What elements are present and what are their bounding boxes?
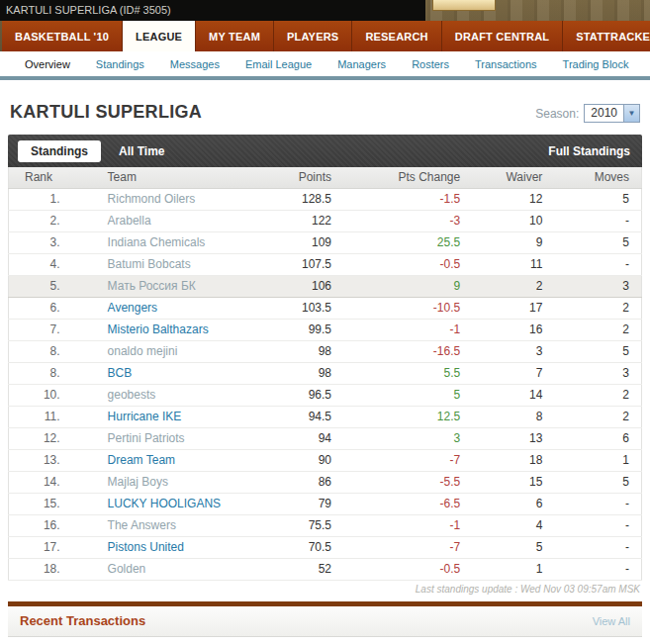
subnav-item-messages[interactable]: Messages <box>157 58 232 70</box>
tab-research[interactable]: RESEARCH <box>352 21 441 51</box>
tab-all-time[interactable]: All Time <box>119 144 164 158</box>
subnav-item-rosters[interactable]: Rosters <box>399 58 462 70</box>
recent-transactions-title: Recent Transactions <box>20 613 145 628</box>
pts-change-cell: -3 <box>341 210 470 231</box>
team-link[interactable]: Мать Россия БК <box>108 279 196 293</box>
waiver-cell: 13 <box>470 427 554 449</box>
masthead: KARTULI SUPERLIGA (ID# 3505) BASKETBALL … <box>0 0 650 51</box>
moves-cell: 2 <box>554 384 641 406</box>
table-row: 18.Golden52-0.51- <box>9 558 642 580</box>
moves-cell: - <box>554 558 641 580</box>
tab-label: LEAGUE <box>136 31 182 43</box>
team-cell: Majlaj Boys <box>68 471 252 493</box>
pts-change-cell: -1 <box>341 319 470 340</box>
tab-players[interactable]: PLAYERS <box>274 21 352 51</box>
pts-change-cell: -10.5 <box>341 297 470 319</box>
standings-table: RankTeamPointsPts ChangeWaiverMoves 1.Ri… <box>8 167 642 581</box>
pts-change-cell: 5.5 <box>341 362 470 384</box>
view-all-link[interactable]: View All <box>593 615 630 627</box>
table-row: 1.Richmond Oilers128.5-1.5125 <box>9 188 642 210</box>
topbar: KARTULI SUPERLIGA (ID# 3505) <box>0 0 650 21</box>
league-subnav: OverviewStandingsMessagesEmail LeagueMan… <box>0 51 650 76</box>
points-cell: 98 <box>252 362 341 384</box>
header-row: RankTeamPointsPts ChangeWaiverMoves <box>9 167 642 188</box>
points-cell: 86 <box>252 471 341 493</box>
season-picker: Season: 2010 ▼ <box>535 104 640 123</box>
team-link[interactable]: Golden <box>108 562 146 576</box>
table-row: 4.Batumi Bobcats107.5-0.511- <box>9 253 642 275</box>
rank-cell: 14. <box>9 471 68 493</box>
team-link[interactable]: Richmond Oilers <box>108 192 196 206</box>
column-header-waiver: Waiver <box>470 167 554 188</box>
table-row: 15.LUCKY HOOLIGANS79-6.56- <box>9 493 642 514</box>
rank-cell: 6. <box>9 297 68 319</box>
moves-cell: 2 <box>554 297 641 319</box>
team-link[interactable]: Avengers <box>108 301 157 315</box>
rank-cell: 8. <box>9 340 68 362</box>
page-content: KARTULI SUPERLIGA Season: 2010 ▼ Standin… <box>0 80 650 637</box>
team-link[interactable]: Pertini Patriots <box>108 431 185 445</box>
team-link[interactable]: Dream Team <box>108 453 175 467</box>
waiver-cell: 15 <box>470 471 554 493</box>
team-cell: Pistons United <box>68 536 252 558</box>
tab-label: MY TEAM <box>209 31 260 43</box>
tab-basketball-10[interactable]: BASKETBALL '10 <box>2 21 123 51</box>
table-row: 2.Arabella122-310- <box>9 210 642 231</box>
season-select[interactable]: 2010 ▼ <box>584 104 640 123</box>
team-link[interactable]: Misterio Balthazars <box>108 322 209 336</box>
subnav-item-overview[interactable]: Overview <box>12 58 83 70</box>
column-header-points: Points <box>252 167 341 188</box>
subnav-item-managers[interactable]: Managers <box>325 58 399 70</box>
team-link[interactable]: Indiana Chemicals <box>108 235 206 249</box>
table-row: 6.Avengers103.5-10.5172 <box>9 297 642 319</box>
full-standings-link[interactable]: Full Standings <box>548 144 630 158</box>
points-cell: 75.5 <box>252 514 341 536</box>
team-link[interactable]: Batumi Bobcats <box>108 257 191 271</box>
team-link[interactable]: Arabella <box>108 214 151 228</box>
team-link[interactable]: Majlaj Boys <box>108 475 168 489</box>
team-link[interactable]: onaldo mejini <box>108 344 178 358</box>
team-link[interactable]: geobests <box>108 388 156 402</box>
rank-cell: 17. <box>9 536 68 558</box>
waiver-cell: 5 <box>470 536 554 558</box>
team-cell: Indiana Chemicals <box>68 231 252 253</box>
points-cell: 52 <box>252 558 341 580</box>
team-link[interactable]: LUCKY HOOLIGANS <box>108 497 221 510</box>
tab-my-team[interactable]: MY TEAM <box>196 21 274 51</box>
subnav-item-transactions[interactable]: Transactions <box>462 58 550 70</box>
waiver-cell: 16 <box>470 319 554 340</box>
subnav-item-dues[interactable]: Dues <box>641 58 650 70</box>
rank-cell: 13. <box>9 449 68 471</box>
standings-toolbar: Standings All Time Full Standings <box>8 135 642 167</box>
team-cell: Pertini Patriots <box>68 427 252 449</box>
team-cell: BCB <box>68 362 252 384</box>
pts-change-cell: 9 <box>341 275 470 297</box>
subnav-item-standings[interactable]: Standings <box>83 58 157 70</box>
pts-change-cell: -0.5 <box>341 558 470 580</box>
team-cell: The Answers <box>68 514 252 536</box>
team-cell: Golden <box>68 558 252 580</box>
waiver-cell: 7 <box>470 362 554 384</box>
chevron-down-icon[interactable]: ▼ <box>623 105 639 122</box>
subnav-item-trading-block[interactable]: Trading Block <box>550 58 642 70</box>
tab-league[interactable]: LEAGUE <box>123 21 196 51</box>
team-link[interactable]: BCB <box>108 366 133 380</box>
points-cell: 79 <box>252 493 341 514</box>
pts-change-cell: -6.5 <box>341 493 470 514</box>
tab-stattracker[interactable]: STATTRACKER <box>563 21 650 51</box>
tab-standings[interactable]: Standings <box>18 140 101 162</box>
tab-draft-central[interactable]: DRAFT CENTRAL <box>442 21 563 51</box>
subnav-item-email-league[interactable]: Email League <box>232 58 325 70</box>
moves-cell: 1 <box>554 449 641 471</box>
team-link[interactable]: Hurricane IKE <box>108 410 182 423</box>
moves-cell: 5 <box>554 188 641 210</box>
standings-table-header: RankTeamPointsPts ChangeWaiverMoves <box>9 167 642 188</box>
league-id-title: KARTULI SUPERLIGA (ID# 3505) <box>0 0 425 21</box>
team-link[interactable]: Pistons United <box>108 540 184 554</box>
points-cell: 96.5 <box>252 384 341 406</box>
pts-change-cell: -7 <box>341 536 470 558</box>
team-cell: Avengers <box>68 297 252 319</box>
team-link[interactable]: The Answers <box>108 518 176 532</box>
waiver-cell: 2 <box>470 275 554 297</box>
page-title: KARTULI SUPERLIGA <box>10 102 202 123</box>
